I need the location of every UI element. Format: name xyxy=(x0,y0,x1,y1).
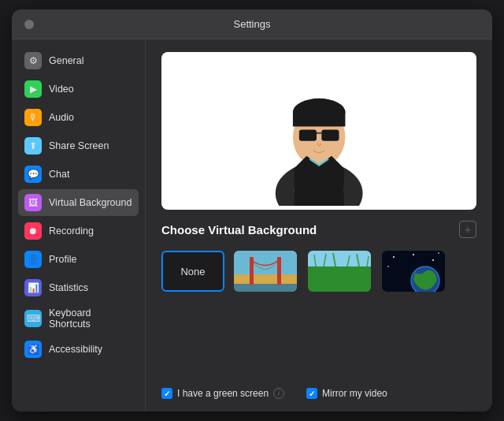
svg-rect-7 xyxy=(321,129,339,140)
bg-space-option[interactable] xyxy=(380,249,447,293)
section-title: Choose Virtual Background xyxy=(161,223,317,237)
avatar-image xyxy=(257,56,381,206)
bg-space-thumb xyxy=(382,251,445,292)
virtual-background-label: Virtual Background xyxy=(49,197,132,208)
sidebar-item-video[interactable]: ▶Video xyxy=(18,76,139,102)
sidebar: ⚙General▶Video🎙Audio⬆Share Screen💬Chat🖼V… xyxy=(12,39,146,412)
bg-golden-gate-thumb xyxy=(234,251,297,292)
video-icon: ▶ xyxy=(24,80,42,98)
mirror-video-checkbox-box xyxy=(306,388,317,399)
window-title: Settings xyxy=(234,18,271,30)
green-screen-info-icon[interactable]: i xyxy=(273,388,284,399)
green-screen-checkbox[interactable]: I have a green screen i xyxy=(161,388,284,399)
bg-grass-option[interactable] xyxy=(306,249,372,293)
bg-golden-gate-option[interactable] xyxy=(232,249,298,293)
mirror-video-label: Mirror my video xyxy=(322,388,387,399)
svg-point-25 xyxy=(432,259,434,261)
mirror-video-checkbox[interactable]: Mirror my video xyxy=(306,388,387,399)
svg-rect-8 xyxy=(317,132,321,134)
keyboard-shortcuts-icon: ⌨ xyxy=(24,310,42,327)
sidebar-item-audio[interactable]: 🎙Audio xyxy=(18,104,139,131)
svg-rect-5 xyxy=(293,111,345,127)
share-screen-label: Share Screen xyxy=(49,140,109,151)
general-icon: ⚙ xyxy=(24,52,42,69)
recording-icon: ⏺ xyxy=(24,222,42,240)
video-preview xyxy=(161,52,476,210)
background-options: None xyxy=(161,249,476,293)
general-label: General xyxy=(49,55,83,66)
accessibility-icon: ♿ xyxy=(24,341,42,358)
sidebar-item-accessibility[interactable]: ♿Accessibility xyxy=(18,336,139,363)
share-screen-icon: ⬆ xyxy=(24,137,42,155)
virtual-background-icon: 🖼 xyxy=(24,194,42,211)
main-content: Choose Virtual Background + None xyxy=(146,39,492,412)
bg-grass-thumb xyxy=(308,251,371,292)
svg-rect-11 xyxy=(234,284,297,292)
checkboxes-row: I have a green screen i Mirror my video xyxy=(161,388,476,399)
content-area: ⚙General▶Video🎙Audio⬆Share Screen💬Chat🖼V… xyxy=(12,39,492,412)
svg-rect-10 xyxy=(234,274,297,284)
bg-none-label: None xyxy=(180,266,205,278)
profile-label: Profile xyxy=(49,254,76,265)
profile-icon: 👤 xyxy=(24,251,42,268)
recording-label: Recording xyxy=(49,225,94,237)
sidebar-item-chat[interactable]: 💬Chat xyxy=(18,161,139,188)
svg-rect-15 xyxy=(308,266,371,292)
sidebar-item-general[interactable]: ⚙General xyxy=(18,47,139,74)
svg-rect-6 xyxy=(299,129,317,140)
audio-icon: 🎙 xyxy=(24,109,42,126)
section-header: Choose Virtual Background + xyxy=(161,221,476,238)
sidebar-item-virtual-background[interactable]: 🖼Virtual Background xyxy=(18,189,139,216)
bg-none-option[interactable]: None xyxy=(161,251,224,292)
svg-point-26 xyxy=(438,252,439,254)
video-label: Video xyxy=(49,84,74,95)
svg-rect-14 xyxy=(308,251,371,266)
sidebar-item-statistics[interactable]: 📊Statistics xyxy=(18,274,139,301)
sidebar-item-profile[interactable]: 👤Profile xyxy=(18,246,139,273)
window-control-dot[interactable] xyxy=(24,20,34,29)
titlebar: Settings xyxy=(12,9,492,39)
statistics-label: Statistics xyxy=(49,282,88,293)
keyboard-shortcuts-label: Keyboard Shortcuts xyxy=(49,307,132,330)
add-background-button[interactable]: + xyxy=(459,221,476,238)
settings-window: Settings ⚙General▶Video🎙Audio⬆Share Scre… xyxy=(12,9,492,412)
svg-point-27 xyxy=(387,266,389,267)
green-screen-label: I have a green screen xyxy=(177,388,269,399)
chat-label: Chat xyxy=(49,169,69,180)
sidebar-item-recording[interactable]: ⏺Recording xyxy=(18,218,139,244)
chat-icon: 💬 xyxy=(24,166,42,183)
green-screen-checkbox-box xyxy=(161,388,172,399)
svg-point-24 xyxy=(413,254,414,255)
statistics-icon: 📊 xyxy=(24,279,42,296)
accessibility-label: Accessibility xyxy=(49,344,102,355)
svg-point-23 xyxy=(393,256,395,258)
audio-label: Audio xyxy=(49,112,74,123)
sidebar-item-share-screen[interactable]: ⬆Share Screen xyxy=(18,132,139,159)
sidebar-item-keyboard-shortcuts[interactable]: ⌨Keyboard Shortcuts xyxy=(18,303,139,334)
